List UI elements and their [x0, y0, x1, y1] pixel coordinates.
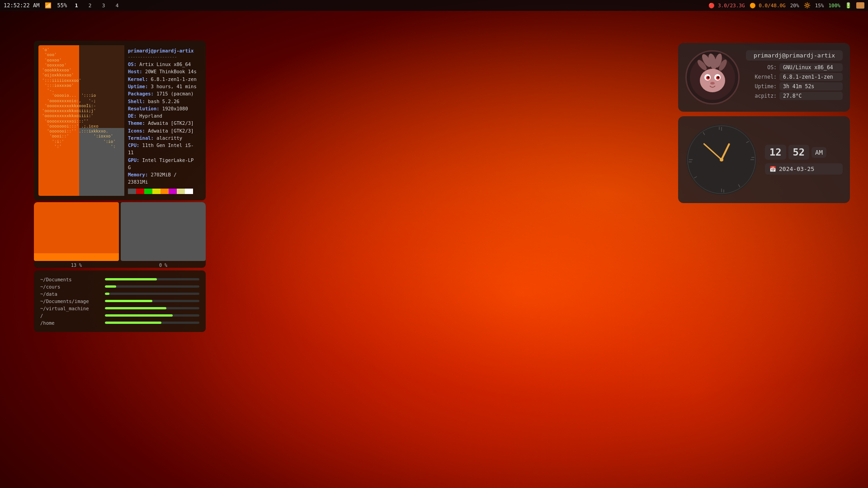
- disk-row-1: ~/cours: [40, 284, 199, 289]
- workspace-4[interactable]: 4: [113, 1, 121, 9]
- ascii-text: 'o' 'ooo' 'ooxoo' 'ooxxxoo' 'oookkkxxoo'…: [38, 45, 124, 152]
- brightness-icon: 🔆: [804, 2, 811, 9]
- disk-bar-bg-2: [105, 293, 199, 295]
- neofetch-theme: Adwaita [GTK2/3]: [148, 120, 193, 126]
- svg-point-12: [717, 76, 719, 78]
- neofetch-username: primardj@primardj-artix: [128, 48, 193, 53]
- color-block-2: [144, 189, 152, 194]
- sysinfo-details: primardj@primardj-artix OS: GNU/Linux x8…: [746, 50, 843, 104]
- cpu-bar-fill-0: [34, 253, 119, 261]
- disk-path-2: ~/data: [40, 291, 101, 297]
- neofetch-sep: --------------------: [128, 54, 198, 61]
- disk-path-0: ~/Documents: [40, 277, 101, 282]
- cpu-percent: 20%: [790, 3, 799, 9]
- cpu-bar-label-0: 13 %: [34, 263, 119, 268]
- neofetch-resolution: 1920x1080: [162, 106, 188, 111]
- battery-icon: 🔋: [845, 2, 852, 9]
- sysinfo-os-val: GNU/Linux x86_64: [779, 63, 843, 71]
- avatar-container: [685, 50, 740, 104]
- disk-bar-fill-1: [105, 285, 116, 288]
- clock-right: 12 52 AM 📅 2024-03-25: [765, 145, 843, 175]
- sysinfo-widget: primardj@primardj-artix OS: GNU/Linux x8…: [678, 43, 850, 112]
- clock-svg: [685, 123, 758, 196]
- disk-bar-fill-6: [105, 322, 161, 324]
- disk-bar-fill-0: [105, 278, 157, 280]
- color-block-7: [185, 189, 193, 194]
- color-block-1: [136, 189, 144, 194]
- disk-bar-bg-1: [105, 285, 199, 288]
- avatar-svg: [688, 52, 737, 102]
- wifi-icon: 📶: [45, 2, 52, 9]
- neofetch-host: 20WE ThinkBook 14s: [145, 69, 197, 74]
- calendar-icon: 📅: [769, 166, 776, 172]
- color-block-5: [169, 189, 177, 194]
- disk-panel: ~/Documents ~/cours ~/data ~/Documents/i…: [34, 270, 206, 332]
- color-block-3: [152, 189, 160, 194]
- clock-widget: 12 52 AM 📅 2024-03-25: [678, 116, 850, 203]
- disk-path-5: /: [40, 313, 101, 318]
- disk-path-1: ~/cours: [40, 284, 101, 289]
- disk-row-5: /: [40, 313, 199, 318]
- cpu-bars-widget: 13 % 0 %: [34, 202, 206, 268]
- neofetch-terminal: alacritty: [156, 135, 182, 141]
- net-up: 🟠 0.0/48.0G: [750, 3, 786, 9]
- neofetch-packages: 1715 (pacman): [156, 91, 193, 96]
- tray-icon[interactable]: [856, 2, 864, 9]
- disk-bar-fill-5: [105, 314, 173, 317]
- svg-point-13: [710, 82, 715, 85]
- neofetch-shell: bash 5.2.26: [148, 99, 179, 104]
- right-panel: primardj@primardj-artix OS: GNU/Linux x8…: [678, 43, 850, 203]
- sysinfo-uptime-key: Uptime:: [746, 83, 777, 90]
- sysinfo-username: primardj@primardj-artix: [746, 50, 843, 61]
- disk-bar-bg-4: [105, 307, 199, 309]
- ascii-art-section: 'o' 'ooo' 'ooxoo' 'ooxxxoo' 'oookkkxxoo'…: [38, 45, 124, 196]
- topbar-clock: 12:52:22 AM: [4, 2, 39, 9]
- cpu-bar-label-1: 0 %: [121, 263, 206, 268]
- disk-bar-fill-2: [105, 293, 109, 295]
- neofetch-icons: Adwaita [GTK2/3]: [148, 128, 193, 133]
- disk-path-6: /home: [40, 320, 101, 326]
- sysinfo-row-acpitz: acpitz: 27.8°C: [746, 92, 843, 100]
- disk-path-4: ~/virtual_machine: [40, 306, 101, 311]
- widgets-container: 'o' 'ooo' 'ooxoo' 'ooxxxoo' 'oookkkxxoo'…: [0, 14, 868, 488]
- clock-minute: 52: [788, 145, 810, 160]
- sysinfo-row-kernel: Kernel: 6.8.1-zen1-1-zen: [746, 73, 843, 81]
- sysinfo-acpitz-val: 27.8°C: [779, 92, 843, 100]
- neofetch-os: Artix Linux x86_64: [139, 62, 191, 67]
- color-block-4: [160, 189, 169, 194]
- disk-row-3: ~/Documents/image: [40, 298, 199, 304]
- disk-bar-bg-6: [105, 322, 199, 324]
- disk-bar-fill-3: [105, 300, 152, 302]
- sysinfo-kernel-key: Kernel:: [746, 74, 777, 80]
- cpu-bar-1: 0 %: [121, 202, 206, 268]
- sysinfo-row-uptime: Uptime: 3h 41m 52s: [746, 82, 843, 90]
- topbar-right: 🔴 3.0/23.3G 🟠 0.0/48.0G 20% 🔆 15% 100% 🔋: [708, 2, 864, 9]
- neofetch-kernel: 6.8.1-zen1-1-zen: [151, 76, 197, 82]
- workspace-1[interactable]: 1: [72, 1, 80, 9]
- svg-point-30: [720, 158, 723, 161]
- topbar-left: 12:52:22 AM 📶 55% 1 2 3 4: [4, 1, 121, 9]
- neofetch-de: Hyprland: [139, 113, 162, 118]
- svg-point-6: [700, 69, 725, 92]
- disk-bar-bg-0: [105, 278, 199, 280]
- clock-date-box: 📅 2024-03-25: [765, 163, 843, 175]
- neofetch-info: primardj@primardj-artix ----------------…: [124, 45, 201, 196]
- sysinfo-kernel-val: 6.8.1-zen1-1-zen: [779, 73, 843, 81]
- net-down: 🔴 3.0/23.3G: [708, 3, 745, 9]
- disk-row-2: ~/data: [40, 291, 199, 297]
- workspace-3[interactable]: 3: [99, 1, 108, 9]
- clock-date: 2024-03-25: [779, 166, 814, 172]
- analog-clock: [685, 123, 758, 196]
- disk-row-6: /home: [40, 320, 199, 326]
- battery-val: 100%: [829, 3, 841, 9]
- avatar: [685, 50, 740, 104]
- workspace-2[interactable]: 2: [86, 1, 94, 9]
- disk-row-4: ~/virtual_machine: [40, 306, 199, 311]
- disk-bar-fill-4: [105, 307, 166, 309]
- cpu-bar-0: 13 %: [34, 202, 119, 268]
- wifi-percent: 55%: [57, 2, 67, 9]
- disk-bar-bg-3: [105, 300, 199, 302]
- disk-bar-bg-5: [105, 314, 199, 317]
- clock-hour: 12: [765, 145, 786, 160]
- color-blocks: [128, 189, 198, 194]
